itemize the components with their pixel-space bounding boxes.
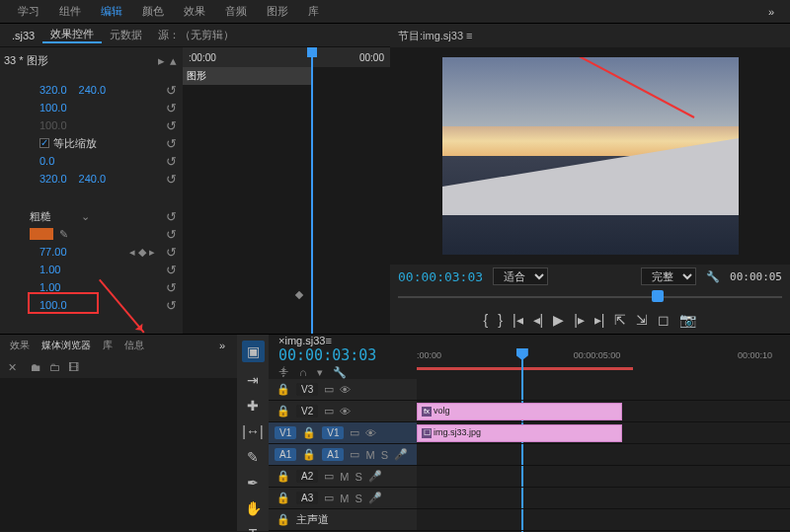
ws-tab-learn[interactable]: 学习: [8, 4, 49, 19]
tab-media-browser[interactable]: 媒体浏览器: [36, 339, 97, 352]
reset-icon[interactable]: ↺: [166, 83, 177, 98]
highlighted-value[interactable]: 77.00: [40, 246, 67, 258]
close-icon[interactable]: ✕: [8, 361, 17, 374]
track-label[interactable]: V3: [296, 383, 318, 396]
program-monitor[interactable]: [442, 57, 739, 255]
color-swatch[interactable]: [30, 228, 53, 240]
timeline-ruler[interactable]: :00:00 00:00:05:00 00:00:10: [417, 350, 790, 370]
camera-icon[interactable]: 📷: [679, 312, 696, 328]
selection-tool[interactable]: ▣: [242, 341, 265, 362]
rough-dropdown-icon[interactable]: ⌄: [81, 210, 90, 223]
tab-libraries[interactable]: 库: [97, 339, 118, 352]
settings-icon[interactable]: 🔧: [333, 366, 347, 379]
workspace-overflow-button[interactable]: »: [760, 6, 782, 18]
timeline-sequence-tab[interactable]: × img.sj33 ≡: [269, 335, 790, 346]
ws-tab-audio[interactable]: 音频: [215, 4, 257, 19]
eye-icon[interactable]: 👁: [365, 427, 376, 439]
ws-tab-color[interactable]: 颜色: [132, 4, 174, 19]
track-head-v2[interactable]: 🔒V2▭👁: [269, 401, 417, 422]
folder-icon[interactable]: 🗀: [49, 361, 60, 373]
timeline-timecode[interactable]: 00:00:03:03: [278, 346, 417, 364]
reset-icon[interactable]: ↺: [166, 209, 177, 224]
track-head-master[interactable]: 🔒主声道: [269, 509, 417, 531]
clip-v1[interactable]: ☐img.sj33.jpg: [417, 424, 622, 442]
track-head-a3[interactable]: 🔒A3▭MS🎤: [269, 488, 417, 509]
reset-icon[interactable]: ↺: [166, 280, 177, 295]
track-head-a1[interactable]: A1🔒A1▭MS🎤: [269, 444, 417, 466]
track-head-a2[interactable]: 🔒A2▭MS🎤: [269, 466, 417, 488]
hand-tool[interactable]: ✋: [245, 500, 262, 516]
scale-value[interactable]: 100.0: [40, 102, 67, 114]
track-label[interactable]: A1: [322, 448, 344, 461]
ws-tab-libraries[interactable]: 库: [298, 4, 329, 19]
rotation-value[interactable]: 0.0: [40, 155, 54, 167]
mini-playhead[interactable]: [311, 47, 313, 334]
lock-icon[interactable]: 🔒: [276, 383, 290, 396]
reset-icon[interactable]: ↺: [166, 245, 177, 260]
track-v3[interactable]: [417, 379, 790, 401]
track-v2[interactable]: fxvolg: [417, 401, 790, 422]
position-x-value[interactable]: 320.0: [40, 84, 67, 96]
lock-icon[interactable]: 🔒: [302, 426, 316, 439]
effect-controls-tab[interactable]: 效果控件: [42, 27, 102, 43]
settings-icon[interactable]: 🔧: [706, 270, 720, 283]
lock-icon[interactable]: 🔒: [276, 470, 290, 483]
razor-tool[interactable]: |↔|: [242, 423, 263, 439]
prop-value[interactable]: 1.00: [40, 264, 60, 275]
step-back-button[interactable]: ◂|: [533, 312, 544, 328]
effect-expand-icon[interactable]: ▸: [158, 53, 165, 68]
lock-icon[interactable]: 🔒: [276, 405, 290, 418]
type-tool[interactable]: T: [249, 526, 258, 532]
media-browser-body[interactable]: [0, 378, 237, 531]
ws-tab-assembly[interactable]: 组件: [49, 4, 91, 19]
keyframe-diamond[interactable]: [295, 291, 303, 299]
zoom-fit-dropdown[interactable]: 适合: [493, 267, 548, 285]
mark-out-button[interactable]: }: [498, 312, 503, 328]
program-scrubber[interactable]: [398, 288, 782, 306]
track-a3[interactable]: [417, 488, 790, 509]
slip-tool[interactable]: ✎: [247, 449, 259, 465]
effect-mini-timeline[interactable]: :00:00 00:00 图形: [183, 47, 390, 334]
play-button[interactable]: ▶: [553, 312, 564, 328]
lock-icon[interactable]: 🔒: [276, 492, 290, 504]
reset-icon[interactable]: ↺: [166, 101, 177, 115]
film-icon[interactable]: 🎞: [68, 361, 79, 373]
pen-tool[interactable]: ✒: [247, 475, 259, 491]
reset-icon[interactable]: ↺: [166, 172, 177, 187]
tab-effects[interactable]: 效果: [4, 339, 36, 352]
go-in-button[interactable]: |◂: [513, 312, 523, 328]
lift-button[interactable]: ⇱: [614, 312, 626, 328]
track-content[interactable]: fxvolg ☐img.sj33.jpg: [417, 379, 790, 531]
track-label[interactable]: A3: [296, 492, 318, 504]
uniform-scale-checkbox[interactable]: [40, 138, 49, 148]
track-a2[interactable]: [417, 466, 790, 488]
track-label[interactable]: V2: [296, 405, 318, 418]
extract-button[interactable]: ⇲: [636, 312, 648, 328]
lock-icon[interactable]: 🔒: [276, 513, 290, 526]
mic-icon[interactable]: 🎤: [368, 470, 382, 483]
source-sequence-tab[interactable]: .sj33: [4, 30, 42, 41]
mini-clip[interactable]: 图形: [183, 67, 311, 85]
toggle-output-icon[interactable]: ▭: [324, 405, 334, 418]
step-fwd-button[interactable]: |▸: [574, 312, 585, 328]
prop-value[interactable]: 100.0: [40, 299, 67, 311]
scrub-handle[interactable]: [652, 290, 664, 302]
clip-v2[interactable]: fxvolg: [417, 403, 622, 420]
ingest-icon[interactable]: 🖿: [31, 361, 41, 373]
tab-info[interactable]: 信息: [118, 339, 150, 352]
reset-icon[interactable]: ↺: [166, 298, 177, 313]
program-timecode[interactable]: 00:00:03:03: [398, 269, 483, 284]
toggle-output-icon[interactable]: ▭: [350, 448, 359, 461]
position-y-value[interactable]: 240.0: [79, 84, 107, 96]
panel-overflow-button[interactable]: »: [211, 340, 233, 351]
reset-icon[interactable]: ↺: [166, 263, 177, 277]
track-a1[interactable]: [417, 444, 790, 466]
track-head-v1[interactable]: V1🔒V1▭👁: [269, 422, 417, 444]
anchor-x-value[interactable]: 320.0: [40, 173, 67, 185]
source-noclip-tab[interactable]: 源：（无剪辑）: [150, 28, 242, 42]
track-master[interactable]: [417, 509, 790, 531]
track-v1[interactable]: ☐img.sj33.jpg: [417, 422, 790, 444]
eye-icon[interactable]: 👁: [340, 406, 351, 418]
ws-tab-effects[interactable]: 效果: [174, 4, 215, 19]
snap-icon[interactable]: ⸎: [278, 366, 289, 379]
